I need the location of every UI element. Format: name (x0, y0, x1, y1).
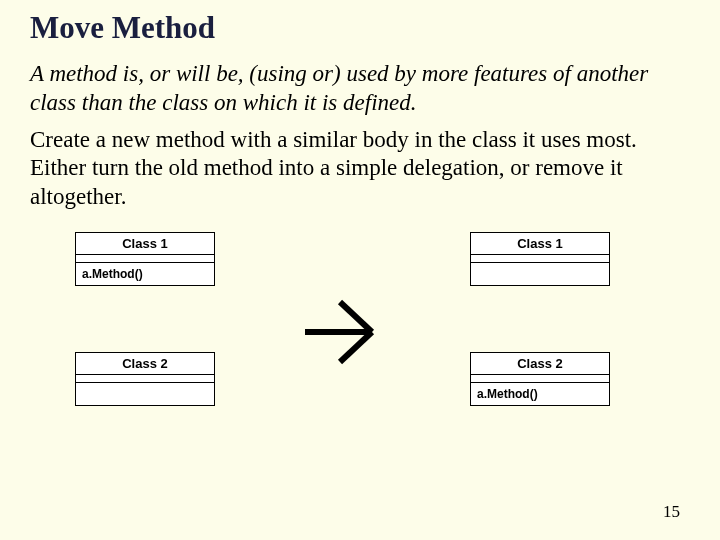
uml-class-name: Class 2 (76, 353, 214, 375)
uml-class-name: Class 2 (471, 353, 609, 375)
svg-line-2 (340, 332, 372, 362)
uml-right-class2: Class 2 a.Method() (470, 352, 610, 406)
uml-methods-section (76, 383, 214, 405)
uml-attrs-section (471, 255, 609, 263)
uml-left-class2: Class 2 (75, 352, 215, 406)
uml-methods-section: a.Method() (76, 263, 214, 285)
uml-class-name: Class 1 (471, 233, 609, 255)
diagram-area: Class 1 a.Method() Class 2 Class 1 Class… (30, 232, 690, 482)
uml-attrs-section (76, 375, 214, 383)
uml-methods-section: a.Method() (471, 383, 609, 405)
intro-italic-text: A method is, or will be, (using or) used… (30, 60, 690, 118)
uml-right-class1: Class 1 (470, 232, 610, 286)
uml-attrs-section (471, 375, 609, 383)
uml-class-name: Class 1 (76, 233, 214, 255)
svg-line-1 (340, 302, 372, 332)
slide-title: Move Method (30, 10, 690, 46)
uml-methods-section (471, 263, 609, 285)
uml-attrs-section (76, 255, 214, 263)
intro-normal-text: Create a new method with a similar body … (30, 126, 690, 212)
arrow-icon (300, 292, 400, 372)
uml-left-class1: Class 1 a.Method() (75, 232, 215, 286)
page-number: 15 (663, 502, 680, 522)
